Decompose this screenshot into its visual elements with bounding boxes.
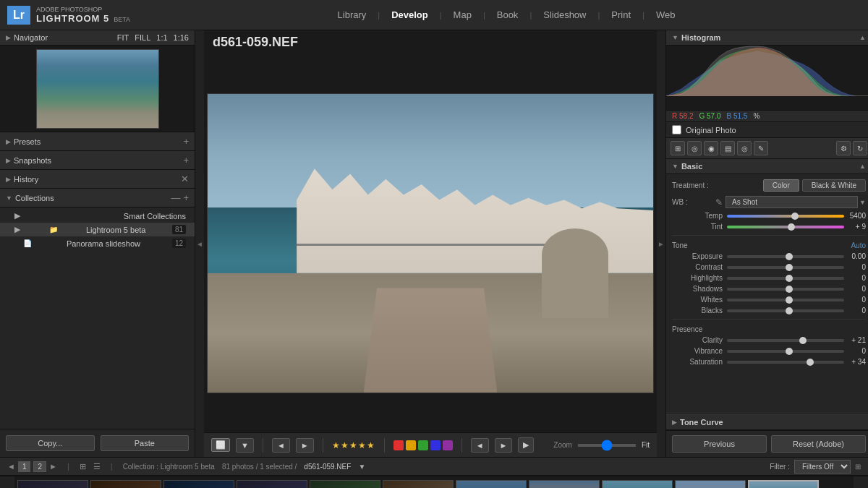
film-thumb-4[interactable]: ★★★★★	[237, 480, 307, 489]
reset-button[interactable]: Reset (Adobe)	[771, 435, 866, 453]
clarity-track[interactable]	[727, 339, 844, 342]
film-thumb-9[interactable]: ★★★★★	[602, 480, 673, 489]
flag-blue[interactable]	[430, 440, 441, 450]
tone-auto-btn[interactable]: Auto	[851, 241, 866, 249]
page-next-icon[interactable]: ►	[49, 462, 57, 471]
saturation-thumb[interactable]	[807, 359, 814, 366]
histogram-expand[interactable]: ▲	[859, 34, 866, 41]
flag-green[interactable]	[418, 440, 428, 450]
collections-add[interactable]: +	[183, 192, 189, 203]
history-clear[interactable]: ✕	[181, 174, 189, 184]
collection-panorama[interactable]: 📄 Panorama slideshow 12	[0, 236, 195, 250]
nav-develop[interactable]: Develop	[386, 7, 434, 23]
navigator-preview[interactable]	[0, 46, 195, 132]
nav-print[interactable]: Print	[605, 7, 637, 23]
presets-panel-header[interactable]: ▶ Presets +	[0, 132, 195, 151]
copy-button[interactable]: Copy...	[6, 435, 95, 451]
view-fill[interactable]: FILL	[135, 33, 150, 42]
shadows-thumb[interactable]	[786, 286, 793, 293]
collection-smart[interactable]: ▶ Smart Collections	[0, 209, 195, 223]
collection-lr5beta[interactable]: ▶ 📁 Lightroom 5 beta 81	[0, 223, 195, 236]
basic-panel-header[interactable]: ▼ Basic ▲	[666, 159, 868, 174]
exposure-thumb[interactable]	[786, 253, 793, 260]
bw-treatment-btn[interactable]: Black & White	[802, 179, 866, 192]
nav-library[interactable]: Library	[332, 7, 373, 23]
color-treatment-btn[interactable]: Color	[763, 179, 799, 192]
flag-yellow[interactable]	[406, 440, 416, 450]
whites-thumb[interactable]	[786, 296, 793, 304]
film-thumb-6[interactable]: ★★★★★	[383, 480, 454, 489]
radial-filter-tool[interactable]: ◎	[737, 141, 752, 155]
graduated-filter-tool[interactable]: ▤	[720, 141, 735, 155]
blacks-thumb[interactable]	[786, 307, 793, 314]
film-thumb-3[interactable]: ★★★★★	[163, 480, 234, 489]
snapshots-add[interactable]: +	[183, 155, 189, 166]
page-2[interactable]: 2	[33, 461, 46, 472]
film-thumb-10[interactable]: ★★★★★	[675, 480, 746, 489]
left-panel-collapse[interactable]: ◄	[195, 30, 204, 457]
contrast-track[interactable]	[727, 266, 844, 269]
film-thumb-7[interactable]: ★★★★★	[456, 480, 527, 489]
nav-map[interactable]: Map	[448, 7, 477, 23]
spot-removal-tool[interactable]: ◎	[687, 141, 702, 155]
nav-web[interactable]: Web	[650, 7, 681, 23]
film-thumb-5[interactable]: ★★★★★	[310, 480, 380, 489]
shadows-track[interactable]	[727, 288, 844, 291]
temp-track[interactable]	[727, 215, 844, 218]
right-panel-collapse[interactable]: ►	[657, 30, 665, 457]
basic-expand[interactable]: ▲	[859, 163, 866, 170]
grid-view-icon[interactable]: ⊞	[80, 462, 86, 471]
previous-button[interactable]: Previous	[672, 435, 767, 453]
tone-curve-header[interactable]: ▶ Tone Curve	[666, 414, 868, 430]
blacks-track[interactable]	[727, 309, 844, 312]
page-1[interactable]: 1	[18, 461, 31, 472]
collections-panel-header[interactable]: ▼ Collections — +	[0, 189, 195, 207]
star-rating[interactable]: ★★★★★	[332, 440, 375, 450]
temp-thumb[interactable]	[791, 213, 799, 220]
filter-expand[interactable]: ⊞	[855, 463, 861, 471]
view-1-1[interactable]: 1:1	[156, 33, 167, 42]
tint-track[interactable]	[727, 226, 844, 228]
snapshots-panel-header[interactable]: ▶ Snapshots +	[0, 151, 195, 170]
filmstrip-next[interactable]: ►	[854, 476, 868, 488]
flag-red[interactable]	[393, 440, 404, 450]
zoom-slider[interactable]	[578, 444, 636, 447]
list-view-icon[interactable]: ☰	[93, 462, 101, 471]
filename-dropdown[interactable]: ▼	[358, 463, 365, 471]
prev-photo-button[interactable]: ◄	[272, 438, 290, 453]
nav-left-button[interactable]: ◄	[471, 438, 489, 453]
vibrance-thumb[interactable]	[786, 348, 793, 355]
film-thumb-1[interactable]: ★★★★★	[17, 480, 88, 489]
highlights-track[interactable]	[727, 277, 844, 280]
presets-add[interactable]: +	[183, 136, 189, 147]
film-thumb-11[interactable]: ★★★★★	[748, 480, 819, 489]
redeye-tool[interactable]: ◉	[704, 141, 718, 155]
view-options-button[interactable]: ▼	[236, 438, 254, 453]
sync-btn[interactable]: ↻	[853, 141, 867, 155]
vibrance-track[interactable]	[727, 350, 844, 353]
brush-tool[interactable]: ✎	[754, 141, 768, 155]
saturation-track[interactable]	[727, 361, 844, 364]
film-thumb-2[interactable]: ★★★★★	[90, 480, 161, 489]
exposure-track[interactable]	[727, 255, 844, 258]
play-button[interactable]: ▶	[518, 437, 534, 453]
history-panel-header[interactable]: ▶ History ✕	[0, 170, 195, 189]
flag-purple[interactable]	[443, 440, 453, 450]
page-prev-icon[interactable]: ◄	[7, 462, 15, 471]
paste-button[interactable]: Paste	[101, 435, 190, 451]
collections-remove[interactable]: —	[171, 192, 180, 203]
filmstrip-prev[interactable]: ◄	[0, 476, 14, 488]
highlights-thumb[interactable]	[786, 275, 793, 282]
contrast-thumb[interactable]	[786, 264, 793, 271]
clarity-thumb[interactable]	[799, 337, 807, 344]
filter-select[interactable]: Filters Off Flagged Rated	[794, 460, 851, 474]
nav-right-button[interactable]: ►	[495, 438, 513, 453]
next-photo-button[interactable]: ►	[296, 438, 314, 453]
crop-tool[interactable]: ⊞	[671, 141, 685, 155]
original-photo-checkbox[interactable]	[672, 125, 681, 134]
settings-btn[interactable]: ⚙	[836, 141, 851, 155]
tint-thumb[interactable]	[788, 223, 795, 231]
view-fit[interactable]: FIT	[117, 33, 129, 42]
whites-track[interactable]	[727, 299, 844, 301]
nav-slideshow[interactable]: Slideshow	[537, 7, 592, 23]
